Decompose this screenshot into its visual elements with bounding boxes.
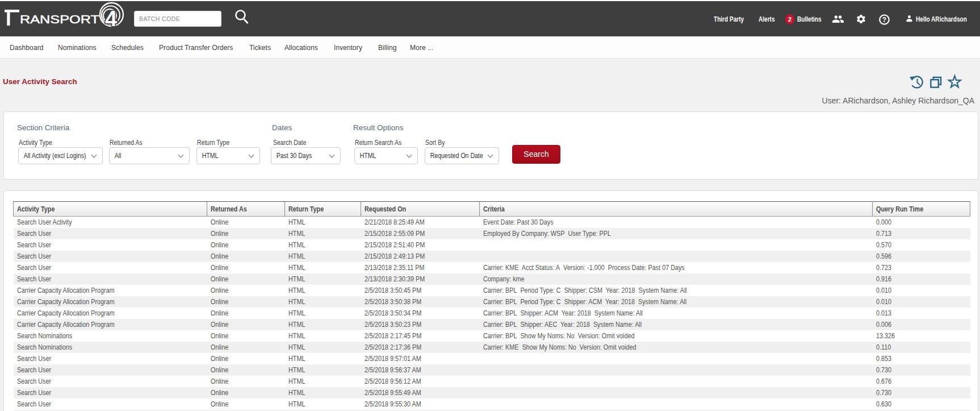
- svg-text:4: 4: [105, 7, 117, 31]
- svg-text:RANSPORT: RANSPORT: [20, 13, 100, 26]
- svg-text:?: ?: [882, 16, 886, 24]
